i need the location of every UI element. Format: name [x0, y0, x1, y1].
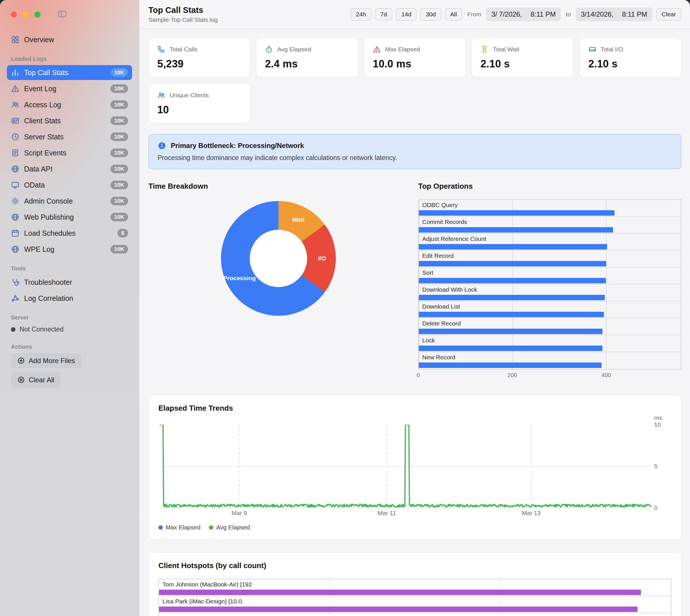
sidebar-item-odata[interactable]: OData 10K: [7, 177, 132, 193]
stats-cards-row-1: Total Calls 5,239 Avg Elapsed 2.4 ms Max…: [148, 38, 682, 78]
donut-slice-label-i-o: I/O: [318, 255, 326, 262]
item-count-badge: 10K: [110, 181, 128, 189]
sidebar-item-web-publishing[interactable]: Web Publishing 10K: [7, 210, 132, 224]
item-count-badge: 10K: [110, 132, 128, 141]
sidebar-item-event-log[interactable]: Event Log 10K: [7, 81, 132, 96]
stat-card-value: 2.10 s: [588, 58, 672, 70]
bar: [159, 607, 637, 612]
section-label-actions: Actions: [11, 344, 128, 350]
sidebar-item-data-api[interactable]: Data API 10K: [7, 161, 132, 176]
sidebar-item-access-log[interactable]: Access Log 10K: [7, 97, 132, 112]
bar-row: Download With Lock: [419, 285, 681, 302]
item-count-badge: 10K: [110, 149, 128, 157]
sidebar-item-load-schedules[interactable]: Load Schedules 8: [7, 226, 132, 241]
sidebar-sections: Loaded Logs Top Call Stats 10K Event Log…: [7, 56, 132, 306]
sidebar-item-label: Client Stats: [24, 117, 61, 125]
elapsed-trends-panel: Elapsed Time Trends ms 1050 Mar 9Mar 11M…: [148, 395, 682, 540]
globe-icon: [11, 164, 20, 173]
bar: [419, 244, 607, 249]
add-more-files-button[interactable]: Add More Files: [11, 353, 81, 368]
legend-label: Avg Elapsed: [216, 524, 250, 531]
clear-range-button[interactable]: Clear: [656, 8, 682, 21]
sidebar-item-server-stats[interactable]: Server Stats 10K: [7, 129, 132, 144]
sidebar-item-wpe-log[interactable]: WPE Log 10K: [7, 242, 132, 257]
globe-icon: [11, 245, 20, 254]
top-operations-axis: 0200400: [418, 372, 682, 382]
sidebar-toggle-icon: [57, 9, 68, 19]
sidebar-item-troubleshooter[interactable]: Troubleshooter: [7, 275, 132, 290]
bottleneck-banner: Primary Bottleneck: Processing/Network P…: [148, 134, 682, 169]
script-icon: [11, 149, 20, 157]
to-date-value: 3/14/2026,: [581, 10, 613, 18]
sidebar-actions: Add More Files Clear All: [7, 353, 132, 388]
bar: [419, 295, 605, 300]
range-14d-button[interactable]: 14d: [396, 8, 417, 21]
bar-row: Delete Record: [419, 318, 681, 335]
sidebar-item-label: Script Events: [24, 149, 66, 157]
bar-row: Commit Records: [419, 217, 681, 234]
item-count-badge: 10K: [110, 213, 128, 221]
range-24h-button[interactable]: 24h: [351, 8, 371, 21]
calendar-icon: [11, 229, 20, 238]
from-date-picker[interactable]: 3/ 7/2026, 8:11 PM: [486, 7, 561, 21]
minimize-window-button[interactable]: [23, 12, 29, 18]
sidebar-item-script-events[interactable]: Script Events 10K: [7, 146, 132, 160]
item-count-badge: 10K: [110, 245, 128, 254]
sidebar-item-label: Load Schedules: [24, 229, 76, 238]
sidebar-item-label: Top Call Stats: [24, 69, 68, 77]
bar-label: Sort: [422, 269, 681, 276]
bar: [419, 362, 602, 368]
clear-all-button[interactable]: Clear All: [11, 372, 61, 388]
chart-legend: Max ElapsedAvg Elapsed: [159, 524, 671, 531]
donut-hole: [250, 230, 307, 287]
bar: [419, 210, 614, 216]
legend-item-max-elapsed: Max Elapsed: [159, 524, 200, 531]
clock-icon: [11, 132, 20, 141]
toggle-sidebar-button[interactable]: [57, 9, 68, 20]
legend-dot-icon: [159, 525, 163, 530]
sidebar-item-label: Overview: [24, 36, 54, 44]
sidebar-item-label: Event Log: [24, 85, 57, 93]
bar-label: New Record: [422, 354, 681, 361]
stat-card-total-i-o: Total I/O 2.10 s: [580, 38, 682, 78]
grid-icon: [11, 35, 20, 44]
y-axis-tick-label: 0: [654, 504, 657, 511]
stat-card-avg-elapsed: Avg Elapsed 2.4 ms: [256, 38, 358, 78]
header: Top Call Stats Sample-Top Call Stats.log…: [139, 0, 690, 29]
sidebar-item-log-correlation[interactable]: Log Correlation: [7, 291, 132, 306]
phone-icon: [157, 45, 165, 53]
sidebar-item-overview[interactable]: Overview: [7, 32, 132, 47]
range-all-button[interactable]: All: [445, 8, 462, 21]
item-count-badge: 10K: [110, 101, 128, 109]
to-date-picker[interactable]: 3/14/2026, 8:11 PM: [576, 7, 652, 21]
range-30d-button[interactable]: 30d: [420, 8, 441, 21]
people-icon: [157, 91, 165, 99]
axis-tick-label: 400: [601, 372, 611, 378]
sidebar-item-client-stats[interactable]: Client Stats 10K: [7, 113, 132, 128]
time-breakdown-section: Time Breakdown WaitI/OProcessing: [148, 182, 413, 382]
sidebar-item-admin-console[interactable]: Admin Console 10K: [7, 194, 132, 208]
top-operations-section: Top Operations ODBC QueryCommit RecordsA…: [418, 182, 682, 382]
sidebar-item-label: WPE Log: [24, 245, 55, 254]
content: Total Calls 5,239 Avg Elapsed 2.4 ms Max…: [139, 29, 690, 616]
sidebar-item-top-call-stats[interactable]: Top Call Stats 10K: [7, 65, 132, 80]
bar: [159, 590, 641, 595]
bar-chart-icon: [11, 68, 20, 77]
sidebar-item-label: OData: [24, 181, 45, 189]
stat-card-label: Total I/O: [601, 46, 623, 53]
stats-cards-row-2: Unique Clients 10: [148, 84, 682, 124]
close-window-button[interactable]: [11, 12, 17, 18]
range-7d-button[interactable]: 7d: [375, 8, 392, 21]
zoom-window-button[interactable]: [35, 12, 40, 18]
server-status: Not Connected: [7, 324, 132, 335]
item-count-badge: 10K: [110, 197, 128, 205]
gear-icon: [11, 197, 20, 205]
id-card-icon: [11, 116, 20, 125]
bar-row: Sort: [419, 268, 681, 285]
range-buttons: 24h7d14d30dAll: [351, 8, 462, 21]
bar-label: Delete Record: [422, 320, 681, 327]
stat-card-label: Unique Clients: [170, 92, 209, 98]
bar: [419, 312, 604, 317]
bar-label: Edit Record: [422, 252, 681, 259]
bar-label: Lisa Park (iMac-Design) [10.0.: [163, 598, 671, 605]
